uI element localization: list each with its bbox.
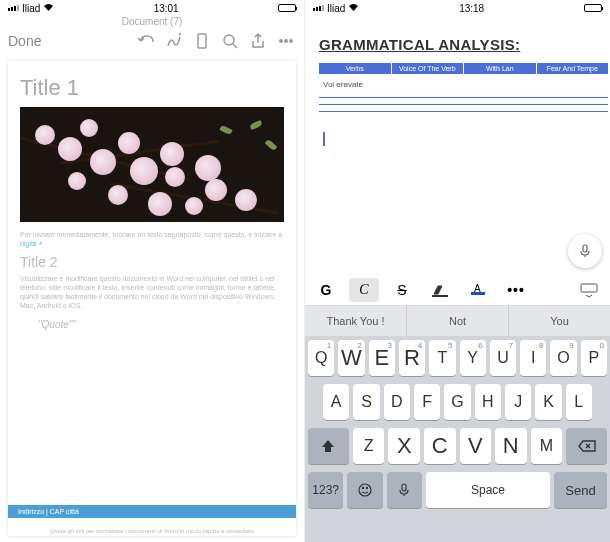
battery-icon bbox=[584, 4, 602, 12]
right-screenshot: Iliad 13:18 GRAMMATICAL ANALYSIS: Verbs … bbox=[305, 0, 610, 542]
numbers-key[interactable]: 123? bbox=[308, 472, 343, 508]
table-header: Verbs Voice Of The Verb With Lan Fear An… bbox=[319, 63, 608, 74]
divider bbox=[319, 111, 608, 112]
key-y[interactable]: Y6 bbox=[460, 340, 486, 376]
table-header-cell[interactable]: Verbs bbox=[319, 63, 391, 74]
key-row: 123? Space Send bbox=[305, 468, 610, 512]
svg-rect-0 bbox=[198, 34, 206, 48]
svg-point-10 bbox=[366, 487, 367, 488]
mic-key[interactable] bbox=[387, 472, 422, 508]
heading-2: Title 2 bbox=[20, 254, 284, 270]
wifi-icon bbox=[348, 3, 359, 14]
quote-text: "Quote"" bbox=[38, 319, 284, 330]
key-t[interactable]: T5 bbox=[429, 340, 455, 376]
font-color-button[interactable] bbox=[463, 278, 493, 302]
document-editor[interactable]: GRAMMATICAL ANALYSIS: Verbs Voice Of The… bbox=[305, 16, 610, 274]
key-q[interactable]: Q1 bbox=[308, 340, 334, 376]
clock: 13:01 bbox=[154, 3, 179, 14]
key-h[interactable]: H bbox=[475, 384, 501, 420]
table-header-cell[interactable]: Voice Of The Verb bbox=[392, 63, 464, 74]
key-z[interactable]: Z bbox=[353, 428, 385, 464]
document-page[interactable]: Title 1 Per iniziare immediatame bbox=[8, 61, 296, 536]
svg-point-9 bbox=[362, 487, 363, 488]
document-title: Document (7) bbox=[0, 16, 304, 27]
key-i[interactable]: I8 bbox=[520, 340, 546, 376]
key-c[interactable]: C bbox=[424, 428, 456, 464]
heading-1: Title 1 bbox=[20, 75, 284, 101]
keyboard: Thank You ! Not You Q1W2E3R4T5Y6U7I8O9P0… bbox=[305, 306, 610, 542]
suggestion[interactable]: Thank You ! bbox=[305, 306, 407, 336]
key-row: ASDFGHJKL bbox=[305, 380, 610, 424]
key-f[interactable]: F bbox=[414, 384, 440, 420]
key-d[interactable]: D bbox=[384, 384, 410, 420]
bold-button[interactable]: G bbox=[311, 278, 341, 302]
table-header-cell[interactable]: With Lan bbox=[464, 63, 536, 74]
carrier-label: Iliad bbox=[327, 3, 345, 14]
space-key[interactable]: Space bbox=[426, 472, 550, 508]
key-e[interactable]: E3 bbox=[369, 340, 395, 376]
status-bar: Iliad 13:18 bbox=[305, 0, 610, 16]
search-icon[interactable] bbox=[220, 31, 240, 51]
paragraph: Visualizzare e modificare questo documen… bbox=[20, 274, 284, 310]
format-toolbar: G C S ••• bbox=[305, 274, 610, 306]
divider bbox=[319, 104, 608, 105]
draw-icon[interactable] bbox=[164, 31, 184, 51]
signal-icon bbox=[8, 5, 19, 11]
emoji-key[interactable] bbox=[347, 472, 382, 508]
svg-point-3 bbox=[285, 40, 287, 42]
italic-button[interactable]: C bbox=[349, 278, 379, 302]
key-w[interactable]: W2 bbox=[338, 340, 364, 376]
more-icon[interactable] bbox=[276, 31, 296, 51]
svg-point-8 bbox=[359, 484, 371, 496]
footer-band: Indirizzo | CAP città bbox=[8, 505, 296, 518]
dictate-button[interactable] bbox=[568, 234, 602, 268]
key-m[interactable]: M bbox=[531, 428, 563, 464]
suggestion[interactable]: Not bbox=[407, 306, 509, 336]
suggestion[interactable]: You bbox=[509, 306, 610, 336]
svg-point-1 bbox=[224, 35, 234, 45]
toolbar: Done bbox=[0, 27, 304, 55]
key-a[interactable]: A bbox=[323, 384, 349, 420]
strikethrough-button[interactable]: S bbox=[387, 278, 417, 302]
undo-icon[interactable] bbox=[136, 31, 156, 51]
clock: 13:18 bbox=[459, 3, 484, 14]
battery-icon bbox=[278, 4, 296, 12]
share-icon[interactable] bbox=[248, 31, 268, 51]
inline-image bbox=[20, 107, 284, 222]
key-p[interactable]: P0 bbox=[581, 340, 607, 376]
shift-key[interactable] bbox=[308, 428, 349, 464]
highlight-button[interactable] bbox=[425, 278, 455, 302]
key-o[interactable]: O9 bbox=[550, 340, 576, 376]
backspace-key[interactable] bbox=[566, 428, 607, 464]
key-s[interactable]: S bbox=[353, 384, 379, 420]
key-row: Q1W2E3R4T5Y6U7I8O9P0 bbox=[305, 336, 610, 380]
wifi-icon bbox=[43, 3, 54, 14]
key-r[interactable]: R4 bbox=[399, 340, 425, 376]
key-n[interactable]: N bbox=[495, 428, 527, 464]
more-format-button[interactable]: ••• bbox=[501, 278, 531, 302]
table-header-cell[interactable]: Fear And Tempe bbox=[537, 63, 609, 74]
svg-rect-5 bbox=[583, 245, 587, 252]
paragraph: Per iniziare immediatamente, toccare un … bbox=[20, 230, 284, 248]
keyboard-dismiss-icon[interactable] bbox=[574, 278, 604, 302]
send-key[interactable]: Send bbox=[554, 472, 607, 508]
status-bar: Iliad 13:01 bbox=[0, 0, 304, 16]
key-x[interactable]: X bbox=[388, 428, 420, 464]
device-icon[interactable] bbox=[192, 31, 212, 51]
done-button[interactable]: Done bbox=[8, 33, 41, 49]
key-g[interactable]: G bbox=[444, 384, 470, 420]
text-cursor bbox=[323, 132, 325, 146]
table-cell[interactable]: Voi eravate bbox=[319, 78, 608, 91]
footer-hint: Usare gli stili per formattare i documen… bbox=[8, 528, 296, 534]
key-u[interactable]: U7 bbox=[490, 340, 516, 376]
key-k[interactable]: K bbox=[535, 384, 561, 420]
heading: GRAMMATICAL ANALYSIS: bbox=[319, 36, 608, 53]
svg-rect-11 bbox=[402, 484, 406, 491]
key-v[interactable]: V bbox=[460, 428, 492, 464]
carrier-label: Iliad bbox=[22, 3, 40, 14]
key-l[interactable]: L bbox=[566, 384, 592, 420]
svg-rect-7 bbox=[581, 284, 597, 292]
suggestion-bar: Thank You ! Not You bbox=[305, 306, 610, 336]
key-j[interactable]: J bbox=[505, 384, 531, 420]
left-screenshot: Iliad 13:01 Document (7) Done Title 1 bbox=[0, 0, 305, 542]
